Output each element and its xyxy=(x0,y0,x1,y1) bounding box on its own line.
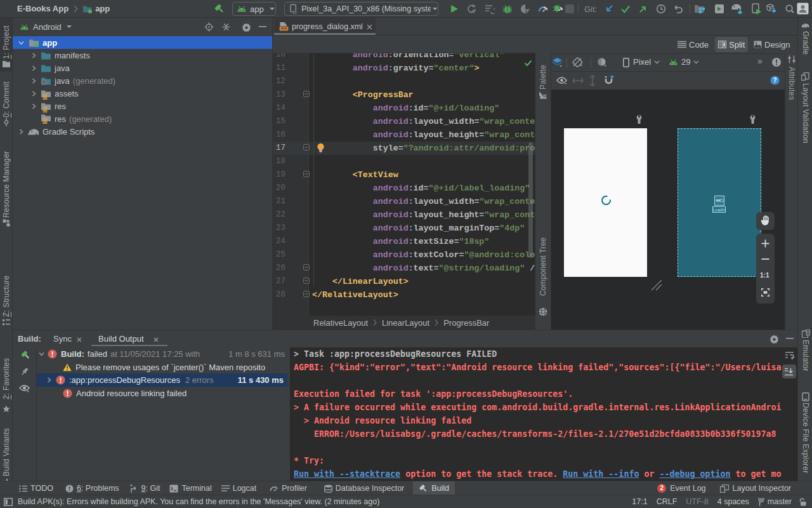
svg-text:A: A xyxy=(471,8,475,14)
svg-text:<>: <> xyxy=(281,26,287,31)
svg-text:?: ? xyxy=(773,77,777,84)
